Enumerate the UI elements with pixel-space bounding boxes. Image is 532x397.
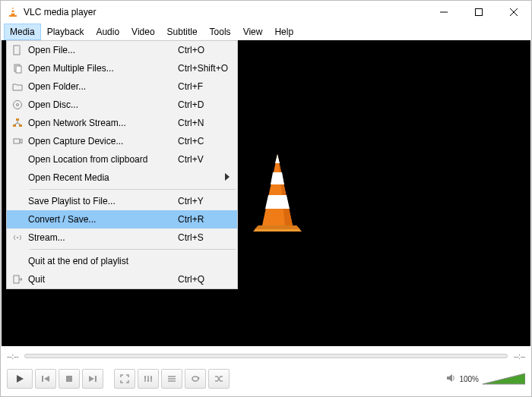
menu-video[interactable]: Video [125,24,160,40]
svg-marker-15 [275,154,280,163]
remaining-time: --:-- [514,351,525,361]
menu-open-disc[interactable]: Open Disc... Ctrl+D [7,96,237,114]
svg-rect-34 [42,376,43,382]
svg-rect-36 [66,376,72,382]
elapsed-time: --:-- [7,351,18,361]
svg-line-26 [17,123,21,124]
media-menu-dropdown: Open File... Ctrl+O Open Multiple Files.… [6,40,238,289]
menu-playback[interactable]: Playback [41,24,90,40]
menu-bar: Media Playback Audio Video Subtitle Tool… [1,24,531,40]
svg-marker-14 [265,195,290,209]
svg-rect-18 [16,66,21,73]
shuffle-button[interactable] [208,369,230,389]
svg-rect-42 [144,377,146,378]
next-button[interactable] [82,369,103,389]
prev-button[interactable] [35,369,56,389]
svg-rect-43 [147,380,149,381]
menu-separator [30,189,236,190]
menu-separator [30,249,236,250]
minimize-button[interactable] [426,1,461,24]
svg-rect-1 [11,9,14,11]
file-icon [7,45,28,55]
svg-marker-10 [255,225,300,229]
vlc-cone-icon [7,6,19,18]
menu-open-network[interactable]: Open Network Stream... Ctrl+N [7,114,237,132]
svg-point-19 [14,101,22,109]
svg-rect-5 [476,9,483,16]
svg-rect-27 [14,139,20,143]
svg-marker-33 [17,375,24,383]
title-bar: VLC media player [1,1,531,24]
window-controls [426,1,531,24]
menu-help[interactable]: Help [268,24,299,40]
svg-marker-49 [447,374,452,382]
stream-icon [7,232,28,243]
svg-marker-37 [89,376,94,382]
menu-open-recent[interactable]: Open Recent Media [7,169,237,187]
svg-line-25 [14,123,17,124]
mute-button[interactable] [446,373,457,386]
ext-settings-button[interactable] [138,369,159,389]
menu-convert-save[interactable]: Convert / Save... Ctrl+R [7,210,237,228]
svg-rect-44 [150,377,152,379]
menu-open-file[interactable]: Open File... Ctrl+O [7,41,237,59]
loop-button[interactable] [185,369,206,389]
svg-marker-50 [483,373,525,384]
window-title: VLC media player [24,7,426,17]
svg-point-20 [17,104,19,106]
svg-marker-13 [271,172,284,184]
menu-open-folder[interactable]: Open Folder... Ctrl+F [7,77,237,96]
menu-stream[interactable]: Stream... Ctrl+S [7,228,237,247]
volume-slider[interactable] [483,372,525,386]
quit-icon [7,274,28,285]
menu-view[interactable]: View [237,24,269,40]
playlist-button[interactable] [161,369,182,389]
submenu-arrow-icon [225,172,230,183]
menu-open-multiple[interactable]: Open Multiple Files... Ctrl+Shift+O [7,59,237,77]
menu-audio[interactable]: Audio [90,24,125,40]
menu-media[interactable]: Media [4,24,41,40]
fullscreen-button[interactable] [114,369,135,389]
maximize-button[interactable] [461,1,496,24]
folder-icon [7,81,28,92]
play-button[interactable] [7,369,33,389]
progress-row: --:-- --:-- [7,350,525,362]
svg-marker-0 [11,7,15,16]
menu-subtitle[interactable]: Subtitle [161,24,204,40]
svg-rect-3 [9,15,17,17]
capture-icon [7,136,28,147]
menu-quit-end[interactable]: Quit at the end of playlist [7,252,237,270]
controls-row: 100% [7,367,525,390]
svg-rect-21 [16,118,19,121]
svg-marker-29 [225,173,230,181]
svg-rect-31 [14,276,19,283]
menu-open-clipboard[interactable]: Open Location from clipboard Ctrl+V [7,150,237,169]
svg-rect-38 [95,376,97,382]
vlc-cone-logo [239,150,315,237]
menu-save-playlist[interactable]: Save Playlist to File... Ctrl+Y [7,192,237,210]
menu-tools[interactable]: Tools [204,24,237,40]
network-icon [7,118,28,128]
svg-marker-35 [44,376,49,382]
svg-rect-23 [19,124,22,127]
menu-quit[interactable]: Quit Ctrl+Q [7,270,237,288]
files-icon [7,63,28,74]
close-button[interactable] [496,1,531,24]
svg-point-30 [17,237,18,238]
menu-open-capture[interactable]: Open Capture Device... Ctrl+C [7,132,237,150]
svg-rect-2 [11,12,15,14]
seek-slider[interactable] [24,354,508,358]
svg-rect-22 [13,124,16,127]
volume-label: 100% [459,375,479,383]
stop-button[interactable] [59,369,80,389]
disc-icon [7,99,28,110]
